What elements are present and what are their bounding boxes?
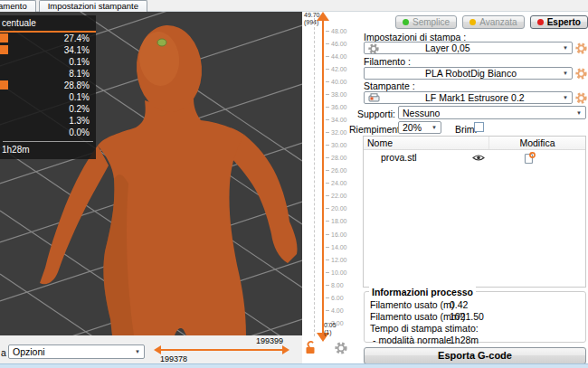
chevron-down-icon: ▼ <box>559 45 572 51</box>
x-range-slider[interactable] <box>161 349 282 351</box>
advanced-dot-icon <box>469 19 476 25</box>
x-range-min: 199378 <box>160 354 187 363</box>
print-settings-edit-gear-icon[interactable] <box>575 42 587 54</box>
ruler-tick-label: 10.00 <box>326 269 360 277</box>
object-table-header: Nome Modifica <box>364 137 585 150</box>
ruler-tick-label: 4.00 <box>326 307 360 315</box>
mode-button-label: Semplice <box>413 17 450 27</box>
ruler-tick-label: 30.00 <box>326 142 360 149</box>
stats-row: 8.1% <box>0 68 96 80</box>
mode-button-label: Avanzata <box>479 17 517 27</box>
brim-checkbox[interactable] <box>474 122 484 132</box>
supports-value: Nessuno <box>399 108 440 118</box>
color-swatch <box>0 80 8 90</box>
printer-icon <box>368 93 380 103</box>
print-settings-select[interactable]: Layer 0,05 ▼ <box>364 42 573 54</box>
mode-button-esperto[interactable]: Esperto <box>530 15 588 29</box>
print-settings-gear-icon <box>368 43 379 54</box>
table-row[interactable]: prova.stl <box>364 150 585 165</box>
ruler-tick-label: 8.00 <box>326 282 360 289</box>
print-time-label-row: Tempo di stampa stimato: <box>365 323 585 335</box>
chevron-down-icon: ▼ <box>131 349 144 354</box>
tab-bar: amentoImpostazioni stampante <box>0 0 147 12</box>
tab-impostazioni-stampante[interactable]: Impostazioni stampante <box>39 0 147 12</box>
stats-row: 0.1% <box>0 91 96 103</box>
infill-select[interactable]: 20% ▼ <box>398 121 441 134</box>
stats-row: 0.1% <box>0 56 96 68</box>
print-settings-value: Layer 0,05 <box>365 42 470 53</box>
ruler-tick-label: 42.00 <box>326 66 360 73</box>
ruler-tick-label: 20.00 <box>326 205 360 212</box>
chevron-down-icon: ▼ <box>573 110 585 116</box>
expert-dot-icon <box>537 19 544 25</box>
slider-gear-icon[interactable] <box>335 342 347 354</box>
ruler-tick-label: 12.00 <box>326 257 360 264</box>
ruler-tick-label: 34.00 <box>326 117 360 124</box>
stats-row: 34.1% <box>0 44 96 56</box>
visibility-eye-icon[interactable] <box>472 154 485 162</box>
ruler-tick-label: 40.00 <box>326 79 360 86</box>
printer-value: LF Mark1 Estrusore 0.2 <box>365 92 525 103</box>
bottom-partial-label: a <box>1 347 6 358</box>
stats-row: 1.3% <box>0 115 96 127</box>
printer-label: Stampante : <box>364 80 415 91</box>
layer-slider-strip: 49.70 (994) 48.0046.0044.0042.0040.0038.… <box>302 12 362 368</box>
ruler-tick-label: 6.00 <box>326 295 360 302</box>
stats-title: centuale <box>0 15 96 33</box>
ruler-tick-label: 44.00 <box>326 53 360 61</box>
slider-bottom-value: 0.05 <box>324 322 337 329</box>
window-bottom-edge <box>0 363 588 368</box>
info-row-value: 1021.50 <box>450 311 484 323</box>
filament-select[interactable]: PLA RobotDig Bianco ▼ <box>364 67 573 80</box>
process-info-title: Informazioni processo <box>369 287 476 297</box>
chevron-down-icon: ▼ <box>428 125 441 130</box>
filament-edit-gear-icon[interactable] <box>575 68 587 80</box>
export-gcode-button[interactable]: Esporta G-code <box>364 347 586 364</box>
ruler-tick-label: 38.00 <box>326 91 360 99</box>
mode-button-avanzata[interactable]: Avanzata <box>462 15 525 29</box>
ruler-tick-label: 14.00 <box>326 244 360 251</box>
head-marker-dot <box>157 39 166 46</box>
object-table: Nome Modifica prova.stl <box>363 136 586 288</box>
printer-select[interactable]: LF Mark1 Estrusore 0.2 ▼ <box>364 91 573 104</box>
column-header-name: Nome <box>364 137 489 149</box>
object-name: prova.stl <box>364 152 417 163</box>
simple-dot-icon <box>403 19 409 25</box>
ruler-tick-label: 36.00 <box>326 104 360 111</box>
stats-total-time: 1h28m <box>0 142 96 159</box>
info-row: Filamento usato (m)0.42 <box>365 299 585 311</box>
print-time-mode-label: - modalità normale <box>373 335 451 346</box>
color-swatch <box>0 33 8 42</box>
mode-button-label: Esperto <box>547 17 581 27</box>
ruler-tick-label: 46.00 <box>326 41 360 48</box>
supports-select[interactable]: Nessuno ▼ <box>398 106 586 119</box>
ruler-tick-label: 16.00 <box>326 231 360 239</box>
ruler-tick-label: 26.00 <box>326 167 360 175</box>
printer-edit-gear-icon[interactable] <box>575 92 587 104</box>
filament-label: Filamento : <box>364 56 411 67</box>
print-time-value-row: - modalità normale 1h28m <box>365 335 585 346</box>
filament-value: PLA RobotDig Bianco <box>365 68 517 79</box>
info-row-value: 0.42 <box>450 299 468 311</box>
ruler-tick-label: 24.00 <box>326 180 360 187</box>
print-time-value: 1h28m <box>450 335 479 346</box>
slider-dashed-rail <box>314 18 315 336</box>
lock-open-icon[interactable] <box>305 341 317 354</box>
modify-object-icon[interactable] <box>524 152 536 164</box>
slider-track[interactable] <box>322 19 324 333</box>
ruler-tick-label: 22.00 <box>326 193 360 200</box>
slider-bottom-layer: (1) <box>324 329 337 336</box>
process-info-box: Informazioni processo Filamento usato (m… <box>364 291 586 343</box>
stats-row: 0.0% <box>0 127 96 138</box>
ruler-tick-label: 48.00 <box>326 28 360 35</box>
tab-amento[interactable]: amento <box>0 0 36 12</box>
ruler-tick-label: 28.00 <box>326 155 360 162</box>
options-select[interactable]: Opzioni ▼ <box>8 344 145 359</box>
slider-thumb-top[interactable] <box>317 12 329 21</box>
options-value: Opzioni <box>9 346 45 357</box>
mode-button-semplice[interactable]: Semplice <box>395 15 457 29</box>
chevron-down-icon: ▼ <box>559 95 572 100</box>
chevron-down-icon: ▼ <box>559 71 572 76</box>
layer-stats-panel: centuale 27.4%34.1%0.1%8.1%28.8%0.1%0.2%… <box>0 15 96 159</box>
ruler-tick-label: 18.00 <box>326 218 360 225</box>
